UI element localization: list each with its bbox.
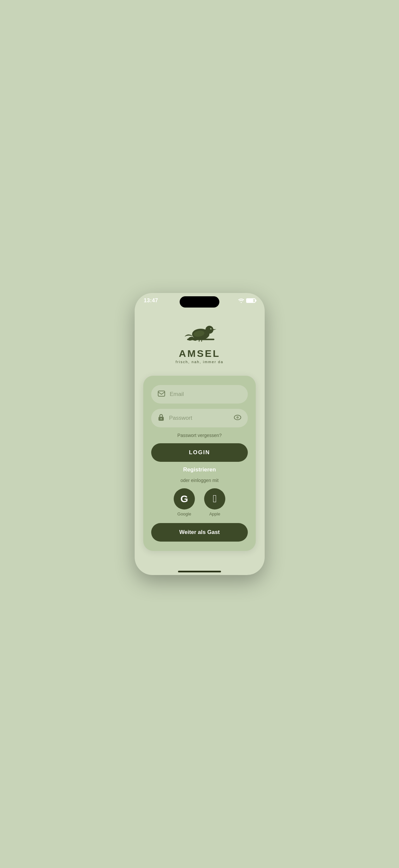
email-input[interactable] [170,391,241,398]
email-icon [158,391,165,398]
svg-rect-11 [158,391,165,396]
status-bar: 13:47 [135,293,265,304]
apple-icon-circle:  [204,488,225,509]
eye-icon[interactable] [234,415,241,422]
svg-marker-4 [213,330,217,330]
svg-point-3 [211,328,211,329]
wifi-icon [238,298,244,303]
status-icons [238,298,256,303]
password-input-container [151,409,248,427]
or-text: oder einloggen mit [180,478,219,483]
guest-button[interactable]: Weiter als Gast [151,523,248,541]
login-card: Passwort vergessen? LOGIN Registrieren o… [143,376,256,551]
google-icon: G [180,493,188,504]
brand-name: AMSEL [179,348,220,359]
social-login-area: G Google  Apple [174,488,225,517]
login-button[interactable]: LOGIN [151,443,248,462]
google-icon-circle: G [174,488,195,509]
register-link[interactable]: Registrieren [183,466,216,473]
google-label: Google [177,512,191,517]
apple-label: Apple [209,512,220,517]
brand-tagline: frisch, nah, immer da [176,360,224,364]
battery-icon [246,298,256,303]
email-field-wrapper [151,385,248,404]
password-field-wrapper [151,409,248,427]
svg-line-10 [201,339,202,342]
lock-icon [158,414,164,423]
password-input[interactable] [169,415,241,422]
email-input-container [151,385,248,404]
status-time: 13:47 [144,298,158,304]
forgot-password-link[interactable]: Passwort vergessen? [177,433,222,438]
phone-frame: 13:47 [135,293,265,575]
apple-icon:  [213,493,217,504]
svg-point-1 [205,326,213,334]
apple-login-button[interactable]:  Apple [204,488,225,517]
google-login-button[interactable]: G Google [174,488,195,517]
svg-point-13 [161,418,162,420]
home-indicator [178,571,221,572]
dynamic-island [180,296,219,308]
svg-point-16 [237,417,238,418]
logo-area: AMSEL frisch, nah, immer da [176,317,224,364]
svg-line-9 [199,339,199,342]
bird-logo [180,317,219,347]
